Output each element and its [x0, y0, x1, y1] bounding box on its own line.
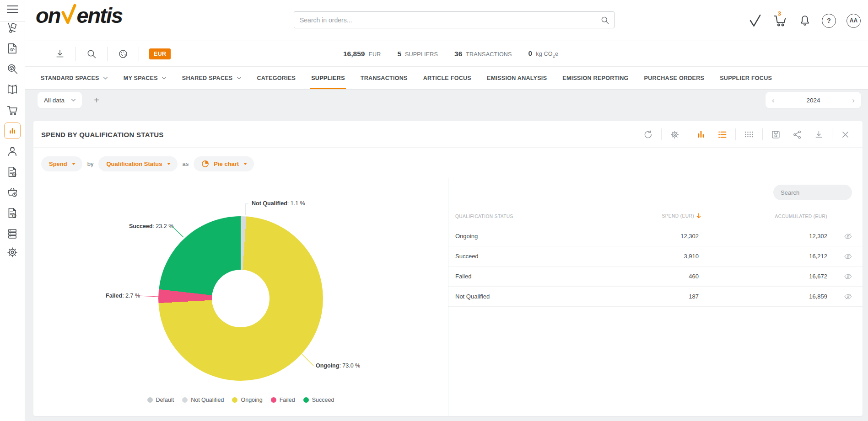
search-cube-icon — [6, 63, 18, 75]
share-icon — [793, 130, 802, 139]
content-area: All data + ‹ 2024 › SPEND BY QUALIFICATI… — [25, 90, 868, 421]
legend-dot — [271, 397, 276, 403]
sidebar-item-settings[interactable] — [4, 244, 21, 261]
document-paragraph-icon: § — [6, 207, 18, 219]
sidebar-item-master-data[interactable] — [4, 225, 21, 242]
table-header-row: QUALIFICATION STATUS SPEND (EUR) ACCUMUL… — [448, 210, 863, 226]
theme-palette-button[interactable] — [108, 48, 139, 59]
sidebar-item-item-search[interactable] — [4, 61, 21, 77]
user-avatar[interactable]: AA — [846, 14, 861, 28]
legend-item-not-qualified[interactable]: Not Qualified — [182, 397, 224, 403]
eye-off-icon — [844, 272, 852, 281]
tab-emission-reporting[interactable]: EMISSION REPORTING — [555, 67, 636, 89]
tab-my-spaces[interactable]: MY SPACES — [116, 67, 174, 89]
legend-dot — [303, 397, 309, 403]
table-search — [773, 185, 852, 200]
share-button[interactable] — [787, 130, 808, 139]
sidebar-item-pending-basket[interactable] — [4, 184, 21, 201]
export-button[interactable] — [808, 130, 830, 139]
sidebar-item-invoices[interactable]: % — [4, 164, 21, 180]
table-search-input[interactable] — [781, 189, 861, 196]
toolbar-divider — [139, 47, 139, 61]
stacked-list-icon — [6, 228, 18, 240]
basket-clock-icon — [6, 187, 18, 198]
sidebar-item-procurement[interactable] — [4, 20, 21, 36]
hide-row-button[interactable] — [844, 272, 852, 281]
tab-emission-analysis[interactable]: EMISSION ANALYSIS — [479, 67, 555, 89]
tab-shared-spaces[interactable]: SHARED SPACES — [174, 67, 249, 89]
column-header-spend[interactable]: SPEND (EUR) — [662, 213, 701, 219]
question-mark-icon: ? — [822, 14, 836, 28]
hide-row-button[interactable] — [844, 232, 852, 240]
header-icon-group: 3 ? AA — [748, 0, 861, 41]
chart-type-dropdown[interactable]: Pie chart — [194, 156, 254, 171]
sidebar-item-catalogs[interactable] — [4, 81, 21, 98]
previous-year-button[interactable]: ‹ — [772, 96, 775, 104]
tab-transactions[interactable]: TRANSACTIONS — [353, 67, 415, 89]
tab-categories[interactable]: CATEGORIES — [249, 67, 304, 89]
callout-failed: Failed: 2.7 % — [106, 293, 140, 299]
sidebar-item-analytics[interactable] — [4, 123, 21, 139]
dimension-dropdown[interactable]: Qualification Status — [98, 156, 177, 171]
help-button[interactable]: ? — [822, 14, 836, 28]
sidebar-item-legal-documents[interactable]: § — [4, 205, 21, 221]
donut-chart[interactable] — [158, 216, 323, 381]
global-search-input[interactable] — [294, 16, 600, 24]
download-icon — [814, 130, 824, 139]
save-button[interactable] — [765, 130, 787, 139]
tab-article-focus[interactable]: ARTICLE FOCUS — [415, 67, 479, 89]
data-scope-dropdown[interactable]: All data — [38, 92, 82, 108]
legend-item-default[interactable]: Default — [147, 397, 174, 403]
cart-button[interactable]: 3 — [772, 14, 788, 27]
hide-row-button[interactable] — [844, 293, 852, 301]
list-view-button[interactable] — [712, 130, 733, 139]
search-data-button[interactable] — [76, 48, 107, 59]
sidebar-item-contracts[interactable] — [4, 40, 21, 57]
svg-text:§: § — [13, 214, 15, 217]
sidebar-item-suppliers[interactable] — [4, 143, 21, 160]
download-icon — [54, 48, 65, 59]
kpi-stats: 16,859 EUR 5 SUPPLIERS 36 TRANSACTIONS 0… — [343, 41, 558, 67]
shopping-cart-icon — [6, 104, 18, 116]
grid-dots-icon — [744, 130, 754, 139]
next-year-button[interactable]: › — [852, 96, 855, 104]
legend-item-ongoing[interactable]: Ongoing — [232, 397, 262, 403]
table-row: Not Qualified 187 16,859 — [448, 287, 863, 307]
pie-chart-panel: Not Qualified: 1.1 % Succeed: 23.2 % Fai… — [33, 178, 448, 416]
callout-not-qualified: Not Qualified: 1.1 % — [252, 200, 305, 207]
refresh-button[interactable] — [637, 130, 659, 139]
tab-standard-spaces[interactable]: STANDARD SPACES — [33, 67, 116, 89]
currency-selector[interactable]: EUR — [149, 48, 171, 59]
card-settings-button[interactable] — [664, 130, 685, 139]
legend-item-failed[interactable]: Failed — [271, 397, 295, 403]
chart-view-button[interactable] — [690, 130, 712, 139]
refresh-icon — [643, 130, 653, 139]
eye-off-icon — [844, 232, 852, 240]
tab-purchase-orders[interactable]: PURCHASE ORDERS — [636, 67, 712, 89]
card-toolbar — [637, 121, 856, 148]
active-tab-underline — [310, 88, 346, 89]
bar-chart-icon — [696, 130, 706, 139]
add-view-button[interactable]: + — [89, 92, 104, 108]
tab-supplier-focus[interactable]: SUPPLIER FOCUS — [712, 67, 780, 89]
close-card-button[interactable] — [835, 130, 856, 139]
measure-dropdown[interactable]: Spend — [41, 156, 82, 171]
download-report-button[interactable] — [44, 48, 75, 59]
hide-row-button[interactable] — [844, 252, 852, 261]
analytics-toolbar: EUR 16,859 EUR 5 SUPPLIERS 36 TRANSACTIO… — [25, 41, 868, 67]
sidebar-item-shopping-cart[interactable] — [4, 102, 21, 118]
chevron-down-icon — [103, 76, 108, 80]
approvals-button[interactable] — [748, 14, 762, 27]
tab-suppliers[interactable]: SUPPLIERS — [303, 67, 353, 89]
sort-desc-icon — [696, 213, 701, 219]
cart-badge: 3 — [778, 10, 781, 17]
legend-item-succeed[interactable]: Succeed — [303, 397, 334, 403]
svg-text:%: % — [13, 173, 16, 176]
gear-icon — [670, 130, 679, 139]
grid-apps-button[interactable] — [738, 130, 760, 139]
onventis-logo: on entis — [36, 3, 122, 28]
stat-total-spend: 16,859 EUR — [343, 50, 381, 58]
search-icon[interactable] — [600, 16, 609, 25]
notifications-button[interactable] — [798, 14, 811, 27]
hamburger-menu-button[interactable] — [6, 5, 19, 14]
